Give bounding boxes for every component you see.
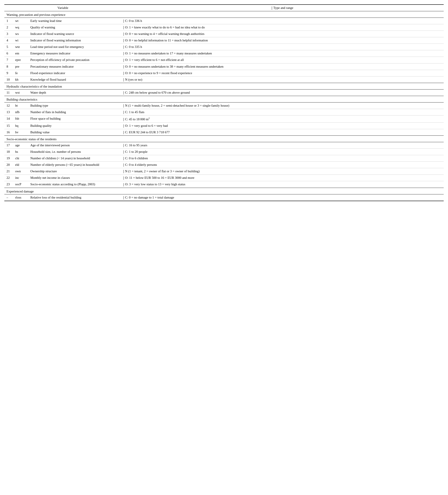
row-type: O: 1 = knew exactly what to do to 6 = ha… — [121, 24, 444, 31]
row-variable: Relative loss of the residential buildin… — [28, 194, 121, 201]
row-code: epre — [13, 57, 28, 63]
row-type: O: 0 = no measures undertaken to 38 = ma… — [121, 63, 444, 70]
row-code: wq — [13, 24, 28, 31]
row-type: O: 11 = below EUR 500 to 16 = EUR 3000 a… — [121, 175, 444, 181]
section-header: Socio-economic status of the residents — [4, 136, 444, 142]
section-header: Warning, precaution and previous experie… — [4, 11, 444, 18]
row-code: inc — [13, 175, 28, 181]
section-header: Building characteristics — [4, 96, 444, 102]
row-code: wi — [13, 37, 28, 44]
row-number: 12 — [4, 102, 13, 109]
row-variable: Building quality — [28, 123, 121, 129]
row-code: wte — [13, 44, 28, 50]
row-number: 5 — [4, 44, 13, 50]
row-variable: Building value — [28, 129, 121, 136]
row-variable: Floor space of building — [28, 115, 121, 123]
row-type: O: 3 = very low status to 13 = very high… — [121, 181, 444, 188]
row-number: – — [4, 194, 13, 201]
row-number: 9 — [4, 70, 13, 76]
row-variable: Number of children (< 14 years) in house… — [28, 155, 121, 162]
row-type: C: 16 to 95 years — [121, 142, 444, 149]
row-number: 16 — [4, 129, 13, 136]
row-number: 22 — [4, 175, 13, 181]
row-number: 18 — [4, 149, 13, 155]
table-row: 2wqQuality of warningO: 1 = knew exactly… — [4, 24, 444, 31]
row-code: nfb — [13, 109, 28, 115]
section-header: Experienced damage — [4, 188, 444, 194]
row-variable: Indicator of flood warning information — [28, 37, 121, 44]
row-variable: Ownership structure — [28, 168, 121, 175]
table-row: 23socPSocio-economic status according to… — [4, 181, 444, 188]
row-code: eld — [13, 162, 28, 168]
table-row: 6emEmergency measures indicatorO: 1 = no… — [4, 50, 444, 57]
section-title: Building characteristics — [4, 96, 444, 102]
row-code: rloss — [13, 194, 28, 201]
section-title: Socio-economic status of the residents — [4, 136, 444, 142]
row-type: C: 0 to 336 h — [121, 18, 444, 24]
row-code: bt — [13, 102, 28, 109]
row-number: 2 — [4, 24, 13, 31]
row-type: C: 0 to 6 children — [121, 155, 444, 162]
row-type: C: 248 cm below ground to 670 cm above g… — [121, 89, 444, 96]
row-variable: Number of flats in building — [28, 109, 121, 115]
row-type: N (yes or no) — [121, 76, 444, 83]
row-number: 17 — [4, 142, 13, 149]
row-variable: Lead time period not used for emergency — [28, 44, 121, 50]
row-type: N (1 = tenant, 2 = owner of flat or 3 = … — [121, 168, 444, 175]
row-code: bq — [13, 123, 28, 129]
row-code: socP — [13, 181, 28, 188]
table-row: 3wsIndicator of flood warning sourceO: 0… — [4, 31, 444, 37]
row-code: em — [13, 50, 28, 57]
table-row: 5wteLead time period not used for emerge… — [4, 44, 444, 50]
row-variable: Monthly net income in classes — [28, 175, 121, 181]
row-type: C: 1 to 20 people — [121, 149, 444, 155]
row-type: O: 1 = very efficient to 6 = not efficie… — [121, 57, 444, 63]
row-type: N (1 = multi-family house, 2 = semi-deta… — [121, 102, 444, 109]
table-row: 9feFlood experience indicatorO: 0 = no e… — [4, 70, 444, 76]
row-number: 3 — [4, 31, 13, 37]
row-number: 11 — [4, 89, 13, 96]
row-code: fsb — [13, 115, 28, 123]
row-type: C: EUR 92 244 to EUR 3 718 677 — [121, 129, 444, 136]
table-row: 13nfbNumber of flats in buildingC: 1 to … — [4, 109, 444, 115]
row-code: own — [13, 168, 28, 175]
section-title: Hydraulic characteristics of the inundat… — [4, 83, 444, 89]
row-type: C: 0 to 335 h — [121, 44, 444, 50]
row-code: ws — [13, 31, 28, 37]
table-header: Variable Type and range — [4, 5, 444, 11]
header-type: Type and range — [121, 5, 444, 11]
row-number: 10 — [4, 76, 13, 83]
table-row: 21ownOwnership structureN (1 = tenant, 2… — [4, 168, 444, 175]
row-number: 8 — [4, 63, 13, 70]
section-header: Hydraulic characteristics of the inundat… — [4, 83, 444, 89]
row-number: 13 — [4, 109, 13, 115]
row-type: O: 0 = no experience to 9 = recent flood… — [121, 70, 444, 76]
section-title: Warning, precaution and previous experie… — [4, 11, 444, 18]
row-variable: Household size, i.e. number of persons — [28, 149, 121, 155]
header-variable: Variable — [4, 5, 121, 11]
row-type: O: 1 = no measures undertaken to 17 = ma… — [121, 50, 444, 57]
row-number: 15 — [4, 123, 13, 129]
row-variable: Age of the interviewed person — [28, 142, 121, 149]
row-code: hs — [13, 149, 28, 155]
row-variable: Building type — [28, 102, 121, 109]
row-type: C: 45 to 18 000 m2 — [121, 115, 444, 123]
table-row: –rlossRelative loss of the residential b… — [4, 194, 444, 201]
table-row: 11wstWater depthC: 248 cm below ground t… — [4, 89, 444, 96]
table-row: 4wiIndicator of flood warning informatio… — [4, 37, 444, 44]
row-variable: Flood experience indicator — [28, 70, 121, 76]
table-row: 15bqBuilding qualityO: 1 = very good to … — [4, 123, 444, 129]
row-code: age — [13, 142, 28, 149]
row-variable: Knowledge of flood hazard — [28, 76, 121, 83]
row-variable: Water depth — [28, 89, 121, 96]
table-row: 19chiNumber of children (< 14 years) in … — [4, 155, 444, 162]
table-row: 17ageAge of the interviewed personC: 16 … — [4, 142, 444, 149]
table-row: 20eldNumber of elderly persons (> 65 yea… — [4, 162, 444, 168]
row-type: O: 0 = no warning to 4 = official warnin… — [121, 31, 444, 37]
row-variable: Quality of warning — [28, 24, 121, 31]
row-number: 1 — [4, 18, 13, 24]
row-number: 23 — [4, 181, 13, 188]
row-type: O: 1 = very good to 6 = very bad — [121, 123, 444, 129]
row-type: C: 0 to 4 elderly persons — [121, 162, 444, 168]
table-row: 10khKnowledge of flood hazardN (yes or n… — [4, 76, 444, 83]
